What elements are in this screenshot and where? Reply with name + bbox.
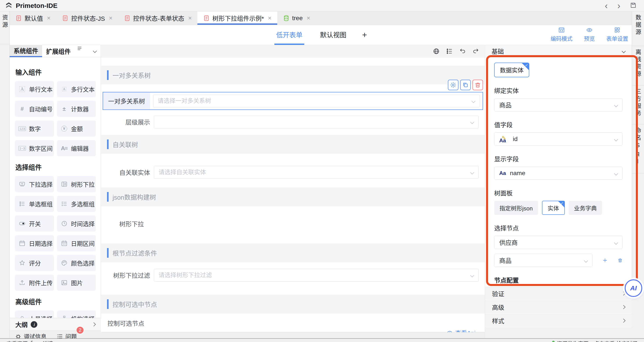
component-card[interactable]: 单选框组 xyxy=(15,196,54,212)
level-input[interactable] xyxy=(154,119,478,126)
component-card[interactable]: ±计数器 xyxy=(57,101,96,117)
form-settings-button[interactable]: 表单设置 xyxy=(606,27,628,42)
field-row-level[interactable]: 层级展示 xyxy=(107,116,478,128)
view-api-link[interactable]: 查看Api xyxy=(101,329,476,332)
gear-icon xyxy=(450,82,456,88)
group-header[interactable]: 一对多关系树 xyxy=(101,66,485,85)
collapse-panel-icon[interactable] xyxy=(93,49,97,53)
group-header[interactable]: 控制可选中节点 xyxy=(101,295,485,314)
bind-entity-select[interactable]: 商品 xyxy=(494,98,622,111)
self-relation-input[interactable] xyxy=(154,169,478,176)
field-row-tree-filter[interactable]: 树形下拉过滤 xyxy=(107,269,478,282)
component-card[interactable]: A≡编辑器 xyxy=(57,140,96,156)
component-card[interactable]: 123数字 xyxy=(15,120,54,137)
code-mode-button[interactable]: 编码模式 xyxy=(550,27,572,42)
component-card[interactable]: 附件上传 xyxy=(15,275,54,291)
component-card[interactable]: A单行文本 xyxy=(15,81,54,97)
field-row-self-relation[interactable]: 自关联实体 xyxy=(107,166,478,179)
sidebar-item-resources[interactable]: 资源 xyxy=(0,11,10,44)
display-field-select[interactable]: Aa name xyxy=(494,167,622,180)
select-node-commodity[interactable]: 商品 xyxy=(494,254,592,267)
component-card[interactable]: #自动编号 xyxy=(15,101,54,117)
hamburger-icon[interactable] xyxy=(77,45,83,52)
component-card[interactable]: ¥金额 xyxy=(57,120,96,137)
outline-tree-icon[interactable] xyxy=(446,48,453,54)
component-card[interactable]: 树形下拉 xyxy=(57,176,96,192)
sidebar-item-datasource[interactable]: 数据源 xyxy=(632,11,644,46)
component-card[interactable]: 时间选择 xyxy=(57,215,96,232)
nav-forward-icon[interactable]: › xyxy=(618,1,620,10)
close-icon[interactable]: × xyxy=(47,15,50,22)
outline-row[interactable]: 大纲 i xyxy=(10,318,101,331)
tree-relation-select[interactable] xyxy=(153,95,480,107)
globe-icon[interactable] xyxy=(433,48,440,54)
component-card[interactable]: 开关 xyxy=(15,215,54,232)
component-card[interactable]: 评分 xyxy=(15,255,54,271)
undo-icon[interactable] xyxy=(459,48,466,54)
component-card[interactable]: 日期选择 xyxy=(15,235,54,251)
sidebar-item-third-party-services[interactable]: 三方服务 xyxy=(632,85,644,124)
level-select[interactable] xyxy=(154,116,478,128)
tab-extension-components[interactable]: 扩展组件 xyxy=(42,45,74,57)
tab-lowcode-form[interactable]: 低开表单 xyxy=(274,25,304,45)
group-header[interactable]: 根节点过滤条件 xyxy=(101,243,485,262)
close-icon[interactable]: × xyxy=(268,15,271,22)
close-icon[interactable]: × xyxy=(109,15,112,22)
component-card[interactable]: 图片 xyxy=(57,275,96,291)
radio-group-icon xyxy=(19,200,26,207)
self-relation-select[interactable] xyxy=(154,166,478,179)
data-entity-tag[interactable]: 数据实体 ✓ xyxy=(494,63,529,77)
value-field-select[interactable]: Aa id xyxy=(494,133,622,146)
ai-assistant-button[interactable]: AI xyxy=(625,279,642,297)
option-entity-selected[interactable]: 实体 ✓ xyxy=(542,201,565,215)
group-header[interactable]: 自关联树 xyxy=(101,135,485,154)
add-node-button[interactable] xyxy=(602,256,608,264)
tree-filter-input[interactable] xyxy=(154,272,478,279)
add-view-button[interactable]: + xyxy=(362,25,367,45)
tree-relation-input[interactable] xyxy=(153,98,480,104)
component-card[interactable]: 1~3数字区间 xyxy=(15,140,54,156)
sidebar-item-named-sql[interactable]: 命名Sql xyxy=(632,124,644,173)
props-section-validation[interactable]: 验证 xyxy=(485,287,632,300)
option-json-tree[interactable]: 指定树形json xyxy=(494,201,538,215)
close-icon[interactable]: × xyxy=(188,15,192,22)
component-card[interactable]: 颜色选择 xyxy=(57,255,96,271)
tree-filter-select[interactable] xyxy=(154,269,478,282)
chevron-down-icon xyxy=(614,103,618,107)
props-section-advanced[interactable]: 高级 xyxy=(485,300,632,314)
tab-system-components[interactable]: 系统组件 xyxy=(10,45,42,57)
select-node-supplier[interactable]: 供应商 xyxy=(494,236,622,249)
nav-back-icon[interactable]: ‹ xyxy=(605,1,608,10)
doc-tab[interactable]: 控件状态-JS × xyxy=(56,11,118,25)
field-delete-button[interactable] xyxy=(472,80,483,90)
status-right-text[interactable]: 资源发生变更，点击查看 检查时间 xyxy=(557,339,638,342)
component-card[interactable]: 人员选择 xyxy=(15,311,54,318)
sidebar-item-offline-resources[interactable]: 离线资源 xyxy=(632,46,644,85)
field-copy-button[interactable] xyxy=(460,80,471,90)
doc-tab-active[interactable]: 树形下拉组件示例* × xyxy=(198,11,277,25)
selected-field-tree-relation[interactable]: 一对多关系树 xyxy=(103,92,483,110)
save-icon[interactable] xyxy=(630,2,636,9)
component-card[interactable]: 下拉选择 xyxy=(15,176,54,192)
selectable-node-label[interactable]: 控制可选节点 xyxy=(108,319,485,328)
status-left-text[interactable]: 查看资源「...」详情 xyxy=(6,339,53,342)
group-header[interactable]: json数据构建树 xyxy=(101,187,485,206)
delete-node-button[interactable] xyxy=(618,256,623,264)
option-business-dict[interactable]: 业务字典 xyxy=(569,201,602,215)
doc-tab[interactable]: 控件状态-表单状态 × xyxy=(118,11,198,25)
doc-tab[interactable]: tree × xyxy=(277,11,316,25)
component-card[interactable]: 机构选择 xyxy=(57,311,96,318)
canvas-toolbar xyxy=(101,45,485,57)
tab-default-view[interactable]: 默认视图 xyxy=(318,25,348,45)
tree-dropdown-label[interactable]: 树形下拉 xyxy=(119,219,485,228)
props-section-basic[interactable]: 基础 xyxy=(485,45,632,57)
close-icon[interactable]: × xyxy=(307,15,310,22)
field-settings-button[interactable] xyxy=(448,80,458,90)
redo-icon[interactable] xyxy=(472,48,479,54)
component-card[interactable]: 多选框组 xyxy=(57,196,96,212)
props-section-style[interactable]: 样式 xyxy=(485,314,632,327)
doc-tab[interactable]: 默认值 × xyxy=(10,11,56,25)
component-card[interactable]: 日期区间 xyxy=(57,235,96,251)
preview-button[interactable]: 预览 xyxy=(584,27,595,42)
component-card[interactable]: A多行文本 xyxy=(57,81,96,97)
